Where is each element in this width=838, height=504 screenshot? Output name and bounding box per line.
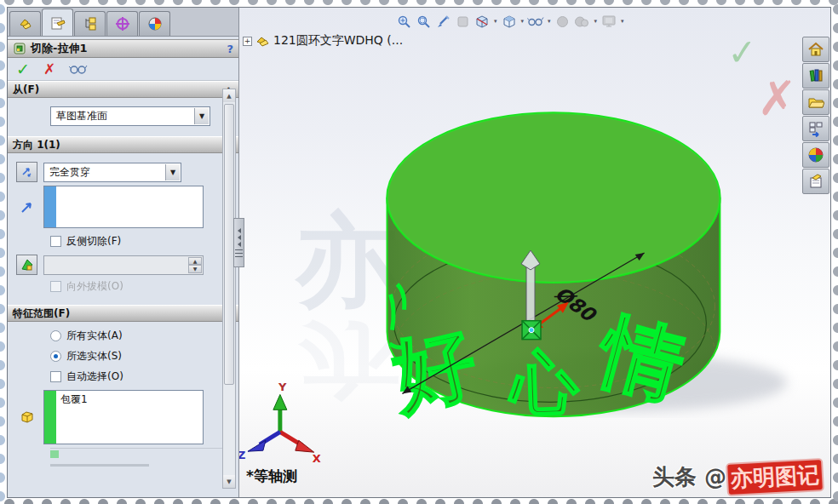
draft-icon (20, 258, 34, 272)
help-button[interactable]: ? (227, 43, 233, 55)
tab-feature-manager[interactable] (9, 11, 41, 36)
selected-bodies-label: 所选实体(S) (66, 349, 122, 364)
cut-extrude-icon (13, 42, 26, 55)
author-watermark: 头条 @ 亦明图记 (652, 462, 822, 492)
panel-splitter-handle[interactable] (233, 218, 244, 267)
draft-button[interactable] (16, 255, 37, 275)
home-button[interactable] (802, 37, 829, 62)
custom-properties-icon (807, 173, 824, 190)
panel-tab-bar (8, 8, 238, 37)
all-bodies-label: 所有实体(A) (66, 329, 123, 343)
tab-property-manager[interactable] (42, 9, 73, 36)
feature-tree-icon (18, 16, 33, 32)
watermark-stamp: 亦明图记 (727, 460, 823, 495)
reverse-direction-button[interactable] (16, 162, 37, 182)
direction-selection-box[interactable] (43, 186, 204, 228)
section-feature-scope-label: 特征范围(F) (13, 306, 70, 321)
section-feature-scope-header[interactable]: 特征范围(F) ∧ (8, 305, 238, 322)
scroll-up-button[interactable]: ▲ (223, 89, 235, 102)
home-icon (807, 41, 824, 58)
all-bodies-radio[interactable] (50, 330, 61, 341)
feature-title-bar: 切除-拉伸1 ? (8, 39, 238, 58)
section-from-body: 草图基准面 ▼ (8, 98, 238, 136)
preview-glasses-icon[interactable] (69, 63, 88, 75)
feature-title: 切除-拉伸1 (31, 41, 87, 56)
triad-z-label: Z (239, 449, 245, 461)
draft-outward-label: 向外拔模(O) (66, 281, 123, 292)
task-pane (802, 37, 830, 194)
section-from-header[interactable]: 从(F) ∧ (8, 81, 238, 98)
flip-side-label: 反侧切除(F) (66, 234, 121, 249)
scroll-down-button[interactable]: ▼ (223, 475, 235, 488)
graphics-area[interactable]: 亦 亦 ▾ ▾ (239, 8, 830, 497)
reference-triad: Y X Z (239, 381, 321, 465)
start-condition-value: 草图基准面 (56, 109, 107, 123)
bodies-selection-box[interactable]: 包覆1 (43, 390, 204, 444)
section-direction1-label: 方向 1(1) (13, 138, 60, 152)
appearances-button[interactable] (802, 142, 829, 168)
selected-bodies-radio[interactable] (50, 351, 61, 362)
view-palette-button[interactable] (802, 116, 829, 141)
panel-scrollbar[interactable]: ▲ ▼ (222, 89, 236, 489)
configuration-icon (83, 16, 98, 32)
selection-bar (44, 186, 56, 227)
triad-y-label: Y (278, 381, 287, 393)
section-from-label: 从(F) (13, 83, 39, 97)
start-condition-dropdown[interactable]: 草图基准面 ▼ (50, 106, 210, 126)
auto-select-label: 自动选择(O) (66, 369, 123, 384)
dropdown-arrow-icon[interactable]: ▼ (165, 164, 180, 180)
cancel-button[interactable]: ✗ (43, 60, 55, 77)
reverse-direction-icon (20, 165, 34, 179)
property-manager-icon (50, 15, 66, 31)
design-library-button[interactable] (802, 63, 829, 89)
top-face-highlight (387, 113, 720, 283)
dimxpert-icon (115, 16, 130, 32)
display-manager-icon (147, 16, 163, 32)
file-explorer-button[interactable] (802, 89, 829, 115)
clipped-panel-content (50, 448, 230, 467)
section-feature-scope-body: 所有实体(A) 所选实体(S) 自动选择(O) 包覆1 (8, 322, 238, 473)
appearances-icon (807, 146, 824, 163)
confirm-toolbar: ✓ ✗ (8, 58, 238, 81)
direction-arrow-icon (20, 199, 35, 215)
flip-side-checkbox[interactable] (50, 236, 61, 247)
end-condition-dropdown[interactable]: 完全贯穿 ▼ (43, 163, 181, 182)
property-manager-panel: 切除-拉伸1 ? ✓ ✗ 从(F) ∧ 草图基准面 ▼ (8, 8, 239, 497)
folder-icon (807, 94, 824, 111)
draft-angle-input[interactable]: ▲ ▼ (43, 255, 204, 275)
section-direction1-body: 完全贯穿 ▼ 反侧切除(F) (8, 153, 238, 305)
selected-body-item[interactable]: 包覆1 (56, 391, 92, 444)
auto-select-checkbox[interactable] (50, 371, 61, 382)
selection-bar (44, 391, 56, 444)
spin-up-button[interactable]: ▲ (188, 257, 202, 266)
tab-display-manager[interactable] (139, 11, 170, 36)
wrapped-char-2[interactable]: 心 (507, 342, 581, 424)
end-condition-value: 完全贯穿 (49, 165, 90, 180)
view-orientation-label: *等轴测 (246, 467, 297, 486)
tab-configuration-manager[interactable] (74, 11, 106, 36)
stamp-border-right (830, 0, 838, 504)
draft-outward-checkbox[interactable] (50, 281, 61, 292)
spin-down-button[interactable]: ▼ (188, 265, 202, 273)
view-palette-icon (807, 120, 824, 137)
custom-properties-button[interactable] (802, 169, 829, 194)
tab-dimxpert[interactable] (106, 11, 138, 36)
solid-body-icon (20, 410, 35, 425)
section-direction1-header[interactable]: 方向 1(1) ∧ (8, 136, 238, 153)
drag-handle[interactable] (522, 321, 541, 340)
solidworks-window: 切除-拉伸1 ? ✓ ✗ 从(F) ∧ 草图基准面 ▼ (7, 7, 831, 498)
design-library-icon (807, 67, 824, 84)
triad-x-label: X (313, 452, 321, 465)
dropdown-arrow-icon[interactable]: ▼ (194, 108, 209, 124)
model-scene: 好 心 情 Ø80 (239, 8, 830, 497)
watermark-prefix: 头条 @ (652, 462, 726, 492)
ok-button[interactable]: ✓ (16, 60, 30, 78)
